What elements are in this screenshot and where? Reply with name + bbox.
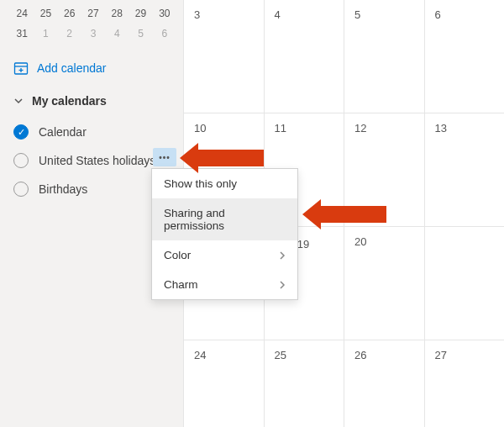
day-cell[interactable]: 27 [424,340,505,427]
mini-cal-day[interactable]: 4 [105,24,129,44]
calendar-context-menu: Show this only Sharing and permissions C… [151,168,298,300]
mini-cal-day[interactable]: 3 [81,24,105,44]
add-calendar-label: Add calendar [37,61,107,75]
mini-cal-day[interactable]: 5 [129,24,152,44]
checkbox-icon[interactable]: ✓ [13,124,29,140]
day-cell[interactable]: 6 [424,0,505,113]
more-actions-button[interactable]: ••• [153,148,176,166]
mini-cal-day[interactable]: 24 [10,3,34,24]
menu-color[interactable]: Color [152,240,297,270]
chevron-down-icon [13,96,24,106]
day-cell[interactable]: 25 [264,340,344,427]
add-calendar-button[interactable]: Add calendar [0,52,183,87]
day-cell[interactable]: 20 [344,227,424,340]
mini-cal-day[interactable]: 25 [34,3,57,24]
mini-calendar[interactable]: 24 25 26 27 28 29 30 31 1 2 3 4 5 6 [0,3,183,52]
sidebar-item-calendar[interactable]: ✓ Calendar [0,118,183,146]
mini-cal-day[interactable]: 30 [153,3,176,24]
my-calendars-toggle[interactable]: My calendars [0,87,183,114]
calendar-item-label: United States holidays [39,154,155,167]
mini-cal-day[interactable]: 6 [153,24,176,44]
mini-cal-day[interactable]: 1 [34,24,57,44]
day-cell[interactable]: 3 [183,0,264,113]
calendar-item-label: Calendar [39,125,87,139]
mini-cal-day[interactable]: 26 [58,3,81,24]
day-cell[interactable] [424,227,505,340]
checkbox-icon[interactable] [13,153,29,168]
ellipsis-icon: ••• [159,153,171,162]
day-cell[interactable]: 12 [344,113,424,227]
calendar-item-label: Birthdays [39,182,87,196]
chevron-right-icon [279,250,286,261]
mini-cal-day[interactable]: 2 [58,24,81,44]
chevron-right-icon [279,280,286,290]
checkbox-icon[interactable] [13,182,29,197]
menu-sharing-permissions[interactable]: Sharing and permissions [152,198,297,240]
day-cell[interactable]: 4 [264,0,344,113]
menu-charm[interactable]: Charm [152,270,297,299]
menu-show-this-only[interactable]: Show this only [152,169,297,198]
mini-cal-day[interactable]: 28 [105,3,129,24]
mini-cal-day[interactable]: 31 [10,24,34,44]
day-cell[interactable]: 13 [424,113,505,227]
calendar-plus-icon [13,61,29,76]
mini-cal-day[interactable]: 27 [81,3,105,24]
section-label: My calendars [32,94,107,108]
day-cell[interactable]: 5 [344,0,424,113]
mini-cal-day[interactable]: 29 [129,3,152,24]
day-cell[interactable]: 24 [183,340,264,427]
day-cell[interactable]: 26 [344,340,424,427]
